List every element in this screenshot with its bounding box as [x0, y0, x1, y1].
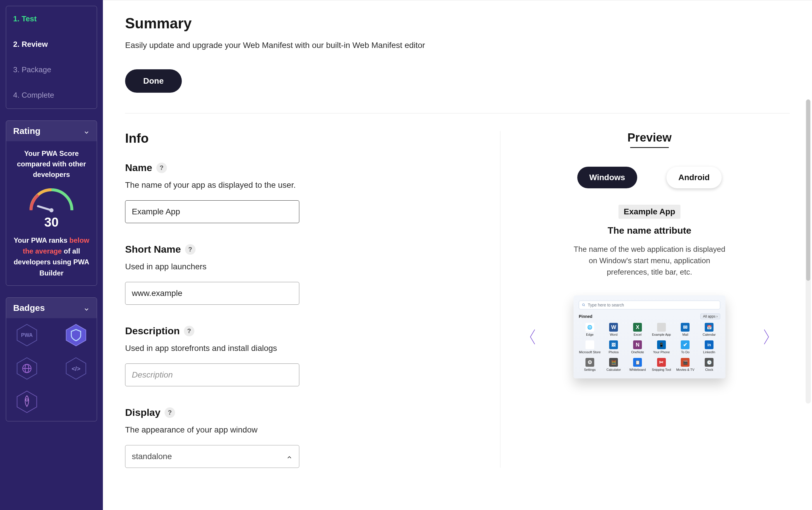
app-label: Your Phone — [653, 350, 670, 354]
start-menu-app: ✉Mail — [674, 323, 696, 336]
badge-globe-icon — [15, 357, 38, 380]
tab-android[interactable]: Android — [666, 167, 722, 188]
app-label: OneNote — [631, 350, 644, 354]
app-label: Microsoft Store — [579, 350, 601, 354]
chevron-down-icon — [83, 305, 90, 311]
start-menu-preview: Type here to search Pinned All apps › 🌐E… — [573, 295, 725, 378]
svg-line-1 — [38, 206, 52, 210]
app-label: Snipping Tool — [652, 368, 671, 371]
score-description: Your PWA Score compared with other devel… — [12, 148, 91, 180]
summary-subtitle: Easily update and upgrade your Web Manif… — [125, 41, 790, 50]
start-menu-grid: 🌐EdgeWWordXExcelExample App✉Mail📅Calenda… — [579, 323, 720, 371]
chevron-down-icon — [83, 128, 90, 134]
attribute-desc: The name of the web application is displ… — [571, 244, 728, 278]
scrollbar-track[interactable] — [806, 100, 811, 403]
name-label: Name — [125, 162, 152, 173]
app-label: Whiteboard — [629, 368, 646, 371]
start-menu-app: Example App — [650, 323, 672, 336]
name-input[interactable] — [125, 200, 299, 223]
badge-pwa-icon: PWA — [15, 323, 38, 347]
field-description: Description ? Used in app storefronts an… — [125, 325, 483, 386]
preview-panel: Preview Windows Android Example App The … — [501, 131, 790, 468]
svg-text:PWA: PWA — [21, 332, 33, 338]
start-menu-app: ✂Snipping Tool — [650, 358, 672, 371]
start-menu-app: ✔To Do — [674, 340, 696, 354]
badge-code-icon: </> — [64, 357, 88, 380]
short-name-label: Short Name — [125, 244, 181, 255]
badges-panel: Badges PWA </> — [6, 298, 97, 421]
badge-shield-icon — [64, 323, 88, 347]
step-complete[interactable]: 4. Complete — [13, 82, 90, 102]
app-icon: ⚙ — [585, 358, 594, 367]
app-label: Movies & TV — [676, 368, 694, 371]
short-name-desc: Used in app launchers — [125, 262, 483, 272]
info-title: Info — [125, 131, 483, 146]
start-menu-search-placeholder: Type here to search — [588, 303, 624, 307]
app-label: Excel — [634, 333, 641, 336]
help-icon[interactable]: ? — [164, 407, 175, 418]
svg-line-14 — [584, 306, 585, 307]
rating-header-label: Rating — [13, 126, 40, 136]
app-label: Photos — [608, 350, 619, 354]
attribute-title: The name attribute — [518, 225, 781, 236]
score-number: 30 — [12, 215, 91, 230]
rating-panel: Rating Your PWA Score compared with othe… — [6, 120, 97, 286]
help-icon[interactable]: ? — [156, 163, 167, 173]
start-menu-app: 🕒Clock — [698, 358, 720, 371]
description-label: Description — [125, 325, 180, 337]
app-icon: 🎬 — [681, 358, 690, 367]
platform-tabs: Windows Android — [518, 167, 781, 188]
tab-windows[interactable]: Windows — [577, 167, 637, 188]
app-icon: W — [609, 323, 618, 332]
app-icon: ✔ — [681, 340, 690, 349]
description-desc: Used in app storefronts and install dial… — [125, 344, 483, 353]
badges-header-label: Badges — [13, 303, 45, 313]
attribute-badge: Example App — [619, 205, 681, 219]
gauge-icon — [12, 184, 91, 213]
step-package[interactable]: 3. Package — [13, 57, 90, 82]
app-label: Settings — [584, 368, 596, 371]
description-input[interactable] — [125, 364, 299, 386]
short-name-input[interactable] — [125, 282, 299, 305]
help-icon[interactable]: ? — [184, 326, 194, 336]
app-label: Calendar — [703, 333, 716, 336]
app-icon: 🧮 — [609, 358, 618, 367]
display-select[interactable]: standalone — [125, 445, 299, 468]
sidebar: 1. Test 2. Review 3. Package 4. Complete… — [0, 0, 103, 510]
app-icon: 📱 — [657, 340, 666, 349]
summary-title: Summary — [125, 15, 790, 32]
app-icon: X — [633, 323, 642, 332]
field-display: Display ? The appearance of your app win… — [125, 407, 483, 468]
step-test[interactable]: 1. Test — [13, 6, 90, 32]
svg-point-13 — [582, 304, 584, 306]
app-icon: 🖼 — [609, 340, 618, 349]
rating-body: Your PWA Score compared with other devel… — [6, 141, 97, 285]
app-icon: 🛍 — [585, 340, 594, 349]
app-icon: in — [705, 340, 714, 349]
start-menu-app: 🛍Microsoft Store — [579, 340, 601, 354]
done-button[interactable]: Done — [125, 69, 182, 93]
prev-arrow[interactable] — [527, 327, 538, 347]
scrollbar-thumb[interactable] — [806, 100, 810, 281]
preview-carousel: Type here to search Pinned All apps › 🌐E… — [518, 295, 781, 378]
app-icon — [657, 323, 666, 332]
app-label: Clock — [705, 368, 713, 371]
app-label: Mail — [682, 333, 688, 336]
app-icon: 📅 — [705, 323, 714, 332]
app-label: LinkedIn — [703, 350, 715, 354]
search-icon — [582, 303, 585, 307]
app-icon: N — [633, 340, 642, 349]
info-form: Info Name ? The name of your app as disp… — [125, 131, 501, 468]
display-desc: The appearance of your app window — [125, 425, 483, 434]
help-icon[interactable]: ? — [185, 244, 196, 255]
field-short-name: Short Name ? Used in app launchers — [125, 244, 483, 305]
display-select-value: standalone — [132, 452, 172, 461]
app-icon: 🌐 — [585, 323, 594, 332]
rating-header[interactable]: Rating — [6, 121, 97, 141]
badges-header[interactable]: Badges — [6, 298, 97, 318]
svg-point-12 — [26, 399, 28, 401]
start-menu-app: 🌐Edge — [579, 323, 601, 336]
app-label: Calculator — [606, 368, 621, 371]
step-review[interactable]: 2. Review — [13, 32, 90, 57]
next-arrow[interactable] — [760, 327, 772, 347]
